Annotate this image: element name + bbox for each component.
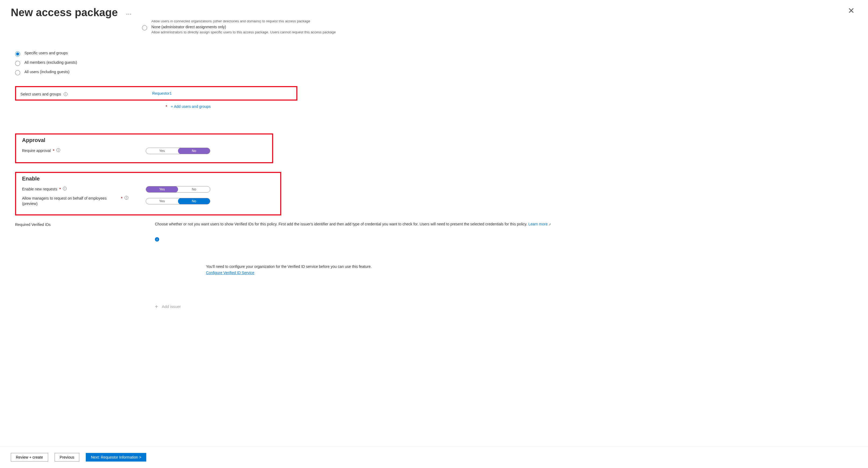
verified-config-message: You'll need to configure your organizati… bbox=[206, 263, 551, 270]
select-users-label: Select users and groups bbox=[21, 92, 61, 96]
required-indicator: * bbox=[53, 148, 54, 154]
approval-highlight: Approval Require approval * i Yes No bbox=[15, 133, 273, 163]
require-approval-label: Require approval bbox=[22, 148, 51, 154]
scope-option-all-users[interactable]: All users (including guests) bbox=[15, 70, 809, 75]
scope-option-specific[interactable]: Specific users and groups bbox=[15, 51, 809, 57]
radio-icon bbox=[15, 61, 20, 66]
approval-title: Approval bbox=[22, 137, 267, 143]
radio-description: Allow administrators to directly assign … bbox=[151, 30, 336, 34]
next-button[interactable]: Next: Requestor Information > bbox=[86, 453, 146, 462]
allow-managers-label: Allow managers to request on behalf of e… bbox=[22, 196, 119, 206]
select-users-highlight: Select users and groups i Requestor1 bbox=[15, 86, 298, 101]
page-title: New access package bbox=[11, 6, 118, 19]
enable-new-requests-toggle[interactable]: Yes No bbox=[146, 186, 210, 193]
info-icon[interactable]: i bbox=[57, 148, 60, 152]
info-icon[interactable]: i bbox=[155, 237, 159, 242]
more-options-icon[interactable]: … bbox=[126, 9, 132, 16]
target-option-not-in-directory[interactable]: For users not in your directory Allow us… bbox=[142, 20, 809, 23]
scope-option-members[interactable]: All members (excluding guests) bbox=[15, 60, 809, 66]
toggle-yes[interactable]: Yes bbox=[146, 186, 178, 193]
radio-icon bbox=[15, 70, 20, 75]
toggle-no[interactable]: No bbox=[178, 148, 210, 154]
add-issuer-label: Add issuer bbox=[162, 304, 181, 310]
radio-label: All users (including guests) bbox=[25, 70, 69, 74]
info-icon[interactable]: i bbox=[64, 92, 67, 96]
required-indicator: * bbox=[166, 104, 167, 109]
enable-highlight: Enable Enable new requests * i Yes No Al… bbox=[15, 172, 281, 215]
radio-label: All members (excluding guests) bbox=[25, 60, 77, 65]
allow-managers-toggle[interactable]: Yes No bbox=[146, 198, 210, 205]
target-option-none[interactable]: None (administrator direct assignments o… bbox=[142, 25, 809, 34]
toggle-yes[interactable]: Yes bbox=[146, 198, 178, 204]
plus-icon: + bbox=[155, 303, 158, 311]
info-icon[interactable]: i bbox=[124, 196, 128, 199]
footer-toolbar: Review + create Previous Next: Requestor… bbox=[0, 446, 868, 468]
radio-label: None (administrator direct assignments o… bbox=[151, 25, 336, 29]
configure-verified-id-link[interactable]: Configure Verified ID Service bbox=[206, 271, 254, 275]
require-approval-toggle[interactable]: Yes No bbox=[146, 148, 210, 154]
enable-new-requests-label: Enable new requests bbox=[22, 187, 57, 192]
info-icon[interactable]: i bbox=[63, 187, 67, 190]
radio-icon bbox=[15, 51, 20, 57]
learn-more-link[interactable]: Learn more bbox=[528, 222, 548, 226]
toggle-no[interactable]: No bbox=[178, 198, 210, 205]
verified-ids-description: Choose whether or not you want users to … bbox=[155, 222, 527, 226]
enable-title: Enable bbox=[22, 176, 275, 182]
requestor-link[interactable]: Requestor1 bbox=[152, 91, 172, 95]
radio-description: Allow users in connected organizations (… bbox=[151, 20, 310, 23]
toggle-no[interactable]: No bbox=[178, 186, 210, 192]
add-issuer-button: + Add issuer bbox=[155, 303, 551, 311]
required-indicator: * bbox=[121, 196, 122, 201]
close-icon[interactable]: ✕ bbox=[848, 6, 855, 15]
radio-label: Specific users and groups bbox=[25, 51, 68, 55]
toggle-yes[interactable]: Yes bbox=[146, 148, 178, 154]
review-create-button[interactable]: Review + create bbox=[11, 453, 48, 462]
radio-icon bbox=[142, 25, 147, 30]
verified-ids-label: Required Verified IDs bbox=[15, 221, 155, 311]
external-link-icon: ↗ bbox=[549, 223, 551, 226]
previous-button[interactable]: Previous bbox=[55, 453, 79, 462]
add-users-link[interactable]: + Add users and groups bbox=[171, 104, 211, 109]
required-indicator: * bbox=[59, 187, 61, 192]
